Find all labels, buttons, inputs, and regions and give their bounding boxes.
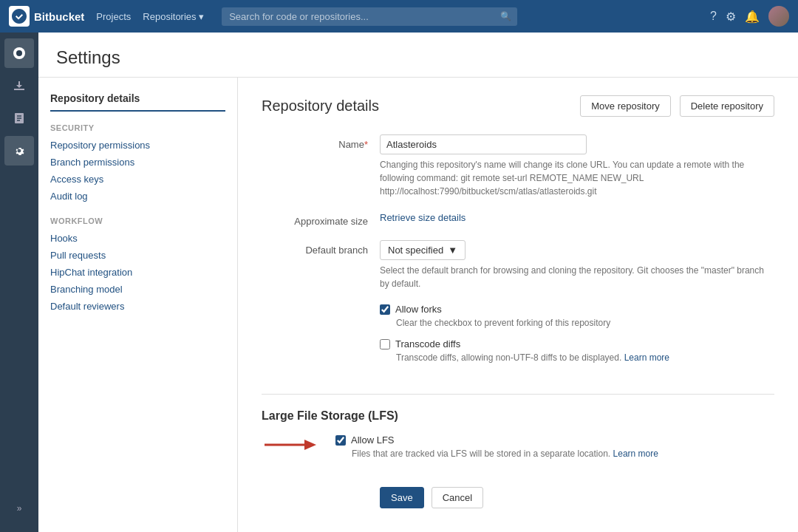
- sidebar: »: [0, 33, 38, 532]
- allow-lfs-row: Allow LFS: [335, 434, 658, 446]
- allow-lfs-hint: Files that are tracked via LFS will be s…: [352, 449, 658, 459]
- transcode-hint: Transcode diffs, allowing non-UTF-8 diff…: [396, 352, 774, 363]
- search-input[interactable]: [222, 7, 517, 26]
- lfs-content: Allow LFS Files that are tracked via LFS…: [335, 434, 658, 469]
- logo-text: Bitbucket: [34, 10, 84, 23]
- security-heading: SECURITY: [50, 123, 225, 132]
- action-row: Save Cancel: [380, 487, 774, 508]
- nav-access-keys[interactable]: Access keys: [50, 171, 225, 188]
- search-icon: 🔍: [500, 11, 511, 21]
- delete-repository-button[interactable]: Delete repository: [680, 95, 774, 117]
- allow-forks-checkbox[interactable]: [380, 304, 390, 315]
- sidebar-item-home[interactable]: [4, 38, 34, 68]
- logo[interactable]: Bitbucket: [9, 6, 84, 27]
- nav-audit-log[interactable]: Audit log: [50, 188, 225, 205]
- avatar-image: [768, 6, 789, 27]
- allow-forks-label[interactable]: Allow forks: [395, 304, 442, 315]
- help-icon[interactable]: ?: [710, 10, 717, 23]
- notification-icon[interactable]: 🔔: [745, 10, 760, 24]
- forks-field-content: Allow forks Clear the checkbox to preven…: [380, 304, 774, 373]
- projects-link[interactable]: Projects: [96, 11, 131, 22]
- section-title: Repository details: [262, 98, 571, 115]
- lfs-title: Large File Storage (LFS): [262, 409, 774, 423]
- name-field-content: Changing this repository's name will cha…: [380, 134, 774, 198]
- right-panel: Repository details Move repository Delet…: [238, 78, 798, 532]
- size-field-content: Retrieve size details: [380, 211, 774, 223]
- transcode-learn-more-link[interactable]: Learn more: [624, 352, 669, 363]
- page-title: Settings: [56, 47, 780, 68]
- nav-repo-permissions[interactable]: Repository permissions: [50, 137, 225, 154]
- topnav-right: ? ⚙ 🔔: [710, 6, 789, 27]
- nav-hipchat[interactable]: HipChat integration: [50, 264, 225, 281]
- gear-icon[interactable]: ⚙: [726, 10, 736, 24]
- avatar[interactable]: [768, 6, 789, 27]
- lfs-row: Allow LFS Files that are tracked via LFS…: [262, 434, 774, 469]
- sidebar-bottom: »: [4, 494, 34, 526]
- forks-label-spacer: [262, 304, 380, 308]
- chevron-down-icon: ▼: [448, 245, 457, 256]
- left-panel-title: Repository details: [50, 92, 225, 112]
- transcode-diffs-checkbox[interactable]: [380, 339, 390, 349]
- name-hint: Changing this repository's name will cha…: [380, 158, 774, 198]
- allow-forks-hint: Clear the checkbox to prevent forking of…: [396, 318, 774, 328]
- workflow-heading: WORKFLOW: [50, 216, 225, 225]
- sidebar-item-docs[interactable]: [4, 103, 34, 133]
- repositories-link[interactable]: Repositories ▾: [143, 11, 204, 22]
- left-panel: Repository details SECURITY Repository p…: [38, 78, 238, 532]
- allow-forks-row: Allow forks: [380, 304, 774, 315]
- sidebar-item-settings[interactable]: [4, 136, 34, 166]
- save-button[interactable]: Save: [380, 487, 424, 508]
- main-wrap: Settings Repository details SECURITY Rep…: [38, 33, 798, 532]
- arrow-indicator: [262, 434, 321, 455]
- size-label: Approximate size: [262, 211, 380, 227]
- nav-pull-requests[interactable]: Pull requests: [50, 247, 225, 264]
- transcode-diffs-label[interactable]: Transcode diffs: [395, 338, 460, 349]
- sidebar-item-download[interactable]: [4, 71, 34, 100]
- default-branch-dropdown[interactable]: Not specified ▼: [380, 240, 466, 260]
- transcode-diffs-row: Transcode diffs: [380, 338, 774, 349]
- forks-field-row: Allow forks Clear the checkbox to preven…: [262, 304, 774, 373]
- lfs-section: Large File Storage (LFS) Allow LFS: [262, 394, 774, 469]
- section-header-row: Repository details Move repository Delet…: [262, 95, 774, 117]
- search-bar: 🔍: [222, 7, 517, 26]
- sidebar-expand[interactable]: »: [4, 494, 34, 523]
- allow-lfs-checkbox[interactable]: [335, 435, 346, 446]
- size-field-row: Approximate size Retrieve size details: [262, 211, 774, 227]
- allow-lfs-label[interactable]: Allow LFS: [351, 434, 395, 446]
- svg-marker-7: [304, 440, 316, 450]
- nav-default-reviewers[interactable]: Default reviewers: [50, 298, 225, 315]
- lfs-learn-more-link[interactable]: Learn more: [613, 449, 658, 459]
- name-field-row: Name* Changing this repository's name wi…: [262, 134, 774, 198]
- logo-icon: [9, 6, 30, 27]
- name-label: Name*: [262, 134, 380, 150]
- content-area: Repository details SECURITY Repository p…: [38, 78, 798, 532]
- nav-branch-permissions[interactable]: Branch permissions: [50, 154, 225, 171]
- name-input[interactable]: [380, 134, 587, 154]
- branch-label: Default branch: [262, 240, 380, 256]
- page-header: Settings: [38, 33, 798, 78]
- branch-field-content: Not specified ▼ Select the default branc…: [380, 240, 774, 290]
- svg-point-1: [16, 50, 22, 56]
- nav-branching-model[interactable]: Branching model: [50, 281, 225, 298]
- retrieve-size-link[interactable]: Retrieve size details: [380, 212, 466, 223]
- branch-hint: Select the default branch for browsing a…: [380, 264, 774, 290]
- move-repository-button[interactable]: Move repository: [580, 95, 670, 117]
- branch-field-row: Default branch Not specified ▼ Select th…: [262, 240, 774, 290]
- nav-hooks[interactable]: Hooks: [50, 230, 225, 247]
- cancel-button[interactable]: Cancel: [432, 487, 483, 508]
- default-branch-value: Not specified: [388, 245, 443, 256]
- required-marker: *: [364, 139, 368, 150]
- top-navigation: Bitbucket Projects Repositories ▾ 🔍 ? ⚙ …: [0, 0, 798, 33]
